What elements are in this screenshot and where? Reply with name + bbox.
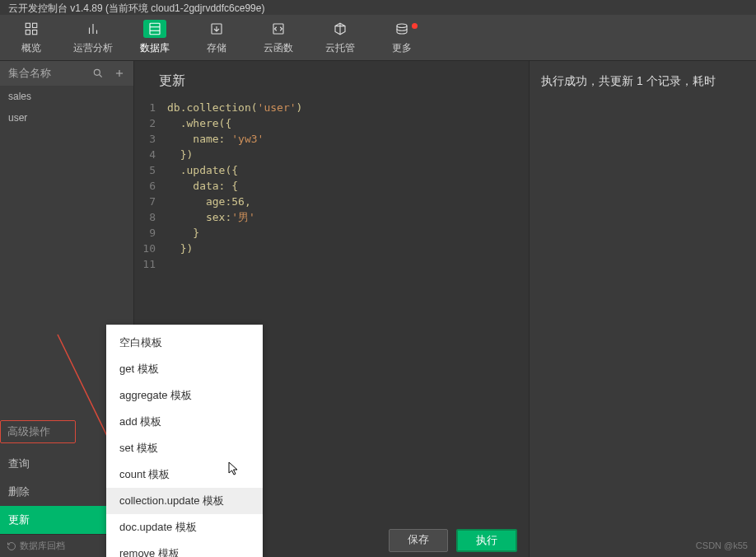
main-toolbar: 概览 运营分析 数据库 存储 云函数 云托管 更多	[0, 15, 756, 61]
toolbar-label: 数据库	[140, 41, 170, 55]
toolbar-label: 存储	[207, 41, 226, 55]
toolbar-storage[interactable]: 存储	[185, 18, 247, 57]
toolbar-more[interactable]: 更多	[371, 18, 432, 57]
svg-rect-1	[32, 23, 36, 27]
collection-item[interactable]: sales	[0, 86, 133, 107]
svg-point-13	[94, 69, 100, 75]
rollback-icon	[7, 541, 16, 551]
toolbar-overview[interactable]: 概览	[0, 18, 62, 57]
menu-item[interactable]: remove 模板	[106, 541, 263, 557]
cloudfn-icon	[267, 20, 290, 38]
more-icon	[390, 20, 413, 38]
svg-line-14	[100, 75, 102, 77]
svg-rect-7	[150, 23, 160, 35]
cursor-icon	[228, 461, 240, 476]
analytics-icon	[82, 20, 105, 38]
menu-item[interactable]: doc.update 模板	[106, 514, 263, 541]
menu-item[interactable]: get 模板	[106, 356, 263, 382]
search-icon[interactable]	[92, 68, 104, 79]
svg-point-12	[397, 24, 407, 28]
save-button[interactable]: 保存	[389, 529, 448, 552]
collection-item[interactable]: user	[0, 107, 133, 129]
run-button[interactable]: 执行	[456, 529, 517, 552]
menu-item[interactable]: aggregate 模板	[106, 382, 263, 409]
window-title: 云开发控制台 v1.4.89 (当前环境 cloud1-2gdjrvddfc6c…	[0, 0, 756, 15]
result-panel: 执行成功，共更新 1 个记录，耗时	[530, 61, 756, 557]
svg-rect-2	[26, 30, 30, 35]
toolbar-cloudfn[interactable]: 云函数	[247, 18, 309, 57]
toolbar-label: 云托管	[325, 41, 355, 55]
menu-item[interactable]: add 模板	[106, 409, 263, 435]
storage-icon	[205, 20, 228, 38]
watermark: CSDN @k55	[696, 541, 748, 550]
notification-dot-icon	[412, 23, 418, 29]
svg-rect-3	[32, 30, 36, 35]
hosting-icon	[329, 20, 352, 38]
toolbar-label: 云函数	[264, 41, 293, 55]
result-text: 执行成功，共更新 1 个记录，耗时	[541, 74, 744, 89]
svg-rect-0	[26, 23, 30, 27]
add-icon[interactable]	[114, 68, 125, 79]
toolbar-label: 概览	[21, 41, 41, 55]
toolbar-analytics[interactable]: 运营分析	[62, 18, 124, 57]
overview-icon	[20, 20, 43, 38]
toolbar-label: 更多	[392, 41, 412, 55]
toolbar-database[interactable]: 数据库	[124, 18, 185, 57]
database-icon	[143, 20, 166, 38]
menu-item[interactable]: 空白模板	[106, 330, 263, 356]
toolbar-label: 运营分析	[73, 41, 113, 55]
panel-title: 更新	[134, 61, 529, 96]
toolbar-hosting[interactable]: 云托管	[309, 18, 371, 57]
menu-item[interactable]: collection.update 模板	[106, 488, 263, 514]
menu-item[interactable]: set 模板	[106, 435, 263, 461]
template-context-menu: 空白模板get 模板aggregate 模板add 模板set 模板count …	[106, 325, 263, 557]
code-editor[interactable]: 1234567891011 db.collection('user') .whe…	[134, 96, 529, 272]
advanced-heading[interactable]: 高级操作	[0, 420, 76, 443]
collection-heading: 集合名称	[8, 66, 51, 81]
